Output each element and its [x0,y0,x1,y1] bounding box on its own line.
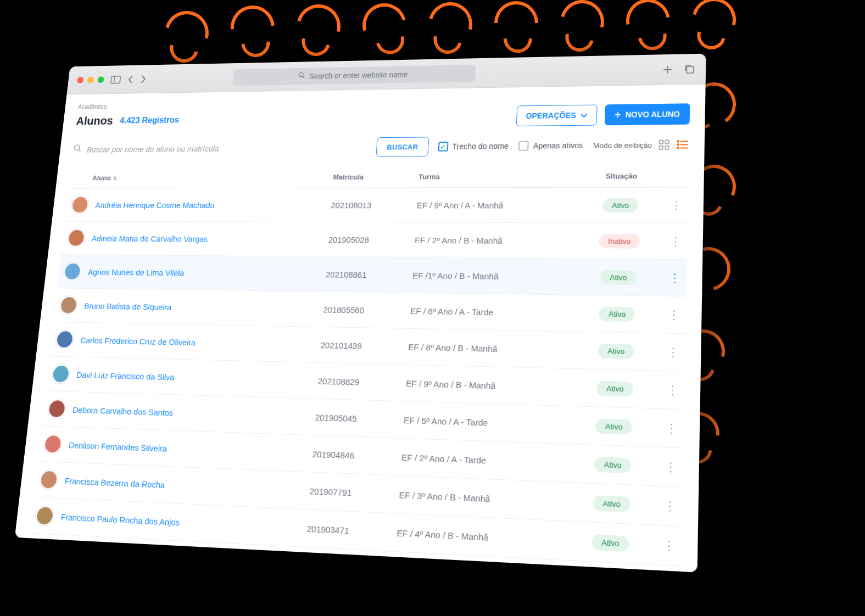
nav-back-icon[interactable] [127,75,134,84]
matricula-cell: 201907791 [303,472,394,513]
student-name-link[interactable]: Adineia Maria de Carvalho Vargas [91,233,208,243]
search-button[interactable]: BUSCAR [376,137,429,156]
avatar [47,399,67,418]
row-actions-menu[interactable]: ⋮ [668,308,680,321]
avatar [71,196,90,214]
student-name-link[interactable]: Agnos Nunes de Lima Vilela [87,267,185,277]
status-badge: Ativo [602,198,638,212]
turma-cell: EF / 4º Ano / B - Manhã [390,513,566,561]
window-controls [77,76,104,83]
status-badge: Ativo [596,380,633,396]
page-title: Alunos [76,114,114,128]
row-actions-menu[interactable]: ⋮ [665,421,678,435]
chevron-down-icon [581,111,588,120]
student-name-link[interactable]: Andréia Henrique Cosme Machado [95,200,215,210]
row-actions-menu[interactable]: ⋮ [669,235,682,248]
avatar [51,365,70,384]
row-actions-menu[interactable]: ⋮ [666,383,679,397]
status-badge: Ativo [595,418,632,435]
maximize-window-icon[interactable] [97,76,104,83]
avatar [67,229,86,247]
swirl-decoration [552,0,612,52]
svg-rect-6 [687,66,694,73]
address-bar[interactable]: Search or enter website name [232,64,476,86]
browser-window: Search or enter website name Acadêmico A… [15,54,706,573]
student-name-link[interactable]: Debora Carvalho dos Santos [72,405,174,417]
tabs-overview-icon[interactable] [684,63,696,74]
app-content: Acadêmico Alunos 4.423 Registros OPERAÇÕ… [15,85,706,573]
svg-rect-12 [665,146,669,149]
avatar [35,506,54,526]
checkbox-empty-icon: ✓ [518,141,529,151]
col-header-turma[interactable]: Turma [412,165,578,188]
student-name-link[interactable]: Francisco Paulo Rocha dos Anjos [60,512,180,527]
row-actions-menu[interactable]: ⋮ [663,499,676,513]
matricula-cell: 201905045 [308,399,399,438]
col-header-matricula[interactable]: Matrícula [327,166,414,188]
nav-forward-icon[interactable] [140,74,147,83]
student-name-link[interactable]: Bruno Batista de Siqueira [84,301,172,311]
checkbox-apenas-ativos[interactable]: ✓ Apenas ativos [518,141,583,151]
matricula-cell: 202101439 [314,327,404,365]
swirl-decoration [485,0,547,54]
student-name-link[interactable]: Francisca Bezerra da Rocha [64,475,165,489]
svg-rect-9 [660,141,663,144]
close-window-icon[interactable] [77,77,84,83]
viewmode-list-icon[interactable] [676,138,689,151]
matricula-cell: 202108013 [325,188,412,222]
swirl-decoration [420,0,480,54]
checkbox-checked-icon: ✓ [438,142,448,152]
table-row[interactable]: Andréia Henrique Cosme Machado202108013E… [65,187,689,223]
matricula-cell: 201903471 [300,509,392,551]
viewmode-grid-icon[interactable] [657,138,671,151]
new-tab-icon[interactable] [662,64,673,75]
status-badge: Ativo [598,343,635,359]
checkbox-trecho-nome[interactable]: ✓ Trecho do nome [438,141,509,152]
svg-rect-10 [665,140,669,143]
new-student-button[interactable]: + NOVO ALUNO [605,103,690,125]
student-name-link[interactable]: Davi Luiz Francisco da Silva [76,369,175,382]
status-badge: Ativo [594,456,632,473]
checkbox-ativos-label: Apenas ativos [533,141,583,150]
matricula-cell: 202108829 [311,362,401,401]
avatar [39,470,59,490]
plus-icon: + [615,110,621,120]
turma-cell: EF / 2º Ano / A - Tarde [394,438,568,482]
col-header-situacao[interactable]: Situação [578,165,666,187]
swirl-decoration [288,0,348,57]
operations-dropdown[interactable]: OPERAÇÕES [516,105,598,127]
matricula-cell: 201905028 [322,222,410,257]
student-name-link[interactable]: Denilson Fernandes Silveira [68,440,168,453]
svg-point-17 [677,147,679,149]
row-actions-menu[interactable]: ⋮ [668,271,680,284]
avatar [63,262,82,281]
table-row[interactable]: Adineia Maria de Carvalho Vargas20190502… [61,221,688,260]
search-icon [72,144,82,155]
viewmode-label: Modo de exibição [593,141,652,149]
col-header-aluno[interactable]: Aluno⇅ [69,167,328,189]
matricula-cell: 202108861 [319,256,408,293]
svg-rect-11 [660,146,663,149]
sort-icon: ⇅ [113,176,117,181]
row-actions-menu[interactable]: ⋮ [670,199,682,211]
svg-rect-0 [111,76,121,83]
matricula-cell: 201805560 [316,292,406,328]
svg-line-1 [114,76,114,83]
student-name-link[interactable]: Carlos Frederico Cruz de Oliveira [80,335,196,346]
svg-line-8 [79,149,81,152]
swirl-decoration [617,0,678,52]
search-input[interactable] [86,143,367,154]
status-badge: Inativo [599,234,640,248]
row-actions-menu[interactable]: ⋮ [667,345,679,359]
search-icon [298,71,306,80]
row-actions-menu[interactable]: ⋮ [665,460,677,474]
minimize-window-icon[interactable] [87,76,94,83]
checkbox-trecho-label: Trecho do nome [452,142,509,151]
sidebar-toggle-icon[interactable] [110,75,121,83]
status-badge: Ativo [600,270,637,284]
row-actions-menu[interactable]: ⋮ [663,538,676,552]
record-count: 4.423 Registros [119,115,179,125]
turma-cell: EF / 6º Ano / A - Tarde [404,293,574,332]
swirl-decoration [157,3,216,63]
swirl-decoration [222,0,284,58]
